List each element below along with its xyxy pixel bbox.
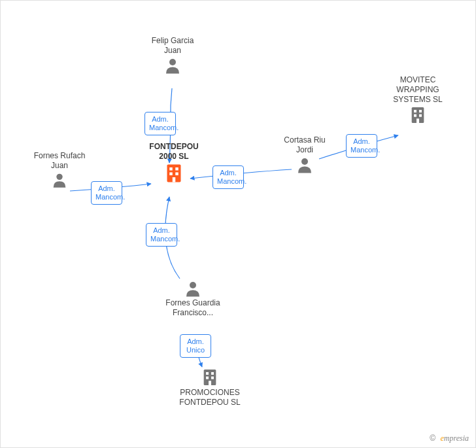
person-fornes-guardia[interactable]: Fornes Guardia Francisco... [160, 279, 226, 318]
svg-rect-18 [211, 372, 214, 375]
brand-rest: mpresia [444, 434, 469, 443]
svg-point-6 [169, 59, 176, 65]
company-center[interactable]: FONTDEPOU 2000 SL [144, 142, 203, 185]
company-center-label: FONTDEPOU 2000 SL [144, 142, 203, 162]
footer-brand: © empresia [430, 434, 469, 443]
company-movitec-label: MOVITEC WRAPPING SYSTEMS SL [385, 75, 450, 105]
svg-rect-20 [211, 377, 214, 379]
edge-felip-center: Adm. Mancom. [144, 112, 176, 135]
svg-rect-4 [175, 173, 178, 176]
person-felip[interactable]: Felip Garcia Juan [143, 36, 202, 75]
person-fornes-rufach[interactable]: Fornes Rufach Juan [30, 151, 89, 189]
svg-rect-14 [416, 118, 419, 123]
person-icon [275, 155, 334, 175]
person-icon [143, 56, 202, 75]
edge-cortasa-center: Adm. Mancom. [212, 165, 244, 189]
company-promociones-label: PROMOCIONES FONTDEPOU SL [171, 388, 249, 407]
svg-rect-2 [175, 167, 178, 171]
svg-rect-1 [169, 167, 173, 171]
svg-rect-12 [414, 114, 416, 117]
edge-fornesg-promo: Adm. Unico [180, 334, 211, 358]
edge-cortasa-movitec: Adm. Mancom. [346, 134, 377, 158]
person-icon [160, 279, 226, 298]
person-cortasa-label: Cortasa Riu Jordi [275, 135, 334, 155]
person-icon [30, 171, 89, 189]
edge-fornesr-center: Adm. Mancom. [91, 181, 122, 205]
company-movitec[interactable]: MOVITEC WRAPPING SYSTEMS SL [385, 75, 450, 126]
person-fornes-guardia-label: Fornes Guardia Francisco... [160, 298, 226, 318]
company-promociones[interactable]: PROMOCIONES FONTDEPOU SL [171, 367, 249, 407]
person-cortasa[interactable]: Cortasa Riu Jordi [275, 135, 334, 175]
svg-rect-17 [206, 372, 209, 375]
svg-rect-19 [206, 377, 209, 379]
building-icon [385, 105, 450, 126]
svg-rect-21 [209, 381, 211, 385]
copyright-symbol: © [430, 434, 435, 443]
svg-point-8 [301, 158, 308, 165]
svg-rect-13 [419, 114, 422, 117]
person-felip-label: Felip Garcia Juan [143, 36, 202, 56]
svg-point-15 [190, 282, 196, 288]
svg-rect-11 [419, 110, 422, 112]
building-icon [171, 367, 249, 388]
svg-rect-5 [173, 177, 176, 182]
person-fornes-rufach-label: Fornes Rufach Juan [30, 151, 89, 171]
svg-rect-10 [414, 110, 416, 112]
diagram-canvas: FONTDEPOU 2000 SL Felip Garcia Juan Forn… [0, 0, 476, 448]
svg-point-7 [56, 174, 62, 180]
edge-fornesg-center: Adm. Mancom. [146, 223, 177, 247]
building-icon [144, 162, 203, 185]
svg-rect-3 [169, 173, 173, 176]
